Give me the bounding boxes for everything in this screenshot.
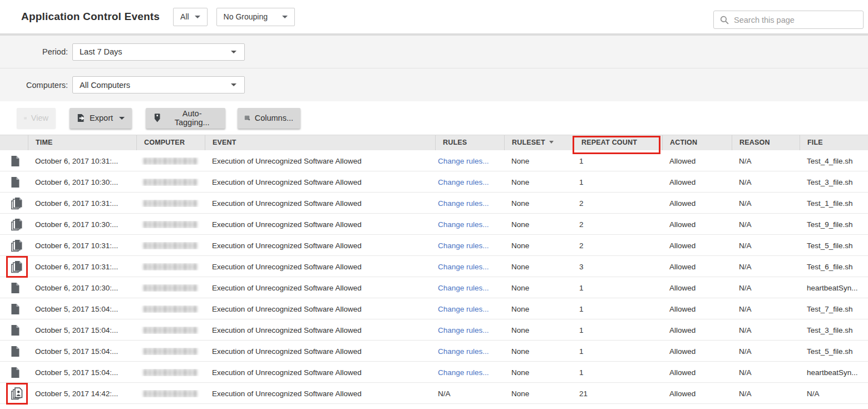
cell-ruleset: None — [504, 368, 574, 377]
search-icon — [720, 16, 729, 24]
table-row[interactable]: October 6, 2017 10:30:... Execution of U… — [0, 277, 868, 298]
blurred-computer-name — [144, 284, 198, 292]
cell-computer — [136, 348, 205, 355]
events-table: TIME COMPUTER EVENT RULES RULESET REPEAT… — [0, 135, 868, 404]
computers-value: All Computers — [80, 81, 130, 90]
table-row[interactable]: October 5, 2017 15:04:... Execution of U… — [0, 319, 868, 341]
cell-reason: N/A — [732, 199, 800, 208]
event-icon-cell — [0, 150, 28, 171]
table-row[interactable]: October 6, 2017 10:30:... Execution of U… — [0, 214, 868, 235]
change-rules-link[interactable]: Change rules... — [435, 326, 504, 334]
table-row[interactable]: October 6, 2017 10:31:... Execution of U… — [0, 256, 868, 277]
single-document-icon — [11, 155, 20, 167]
cell-event: Execution of Unrecognized Software Allow… — [205, 305, 435, 313]
single-document-icon — [11, 282, 20, 294]
computers-select[interactable]: All Computers — [72, 76, 245, 93]
cell-event: Execution of Unrecognized Software Allow… — [205, 390, 435, 398]
toolbar: View Export Auto-Tagging... — [0, 101, 868, 135]
cell-file: Test_3_file.sh — [800, 326, 868, 334]
export-button[interactable]: Export — [70, 108, 132, 129]
cell-computer — [136, 390, 205, 397]
cell-repeat-count: 1 — [574, 157, 662, 165]
cell-time: October 5, 2017 15:04:... — [28, 347, 136, 356]
event-icon-cell — [0, 171, 28, 193]
change-rules-link[interactable]: Change rules... — [435, 284, 504, 292]
blurred-computer-name — [144, 348, 198, 355]
severity-filter-dropdown[interactable]: All — [173, 8, 208, 26]
highlight-box-row-icon — [6, 383, 28, 405]
column-header-rules[interactable]: RULES — [435, 135, 504, 150]
cell-time: October 6, 2017 10:31:... — [28, 157, 136, 165]
change-rules-link[interactable]: Change rules... — [435, 220, 504, 229]
cell-event: Execution of Unrecognized Software Allow… — [205, 242, 435, 250]
computers-filter-row: Computers: All Computers — [0, 68, 868, 101]
cell-action: Allowed — [662, 178, 732, 186]
cell-computer — [136, 369, 205, 376]
cell-time: October 6, 2017 10:31:... — [28, 242, 136, 250]
highlight-box-row-icon — [6, 256, 28, 278]
column-header-event[interactable]: EVENT — [205, 135, 435, 150]
cell-time: October 6, 2017 10:30:... — [28, 178, 136, 186]
columns-button[interactable]: Columns... — [238, 108, 300, 129]
cell-computer — [136, 242, 205, 249]
cell-ruleset: None — [504, 199, 574, 208]
table-header-row: TIME COMPUTER EVENT RULES RULESET REPEAT… — [0, 135, 868, 150]
column-header-repeat-count[interactable]: REPEAT COUNT — [574, 135, 662, 150]
change-rules-link[interactable]: Change rules... — [435, 347, 504, 356]
table-row[interactable]: October 5, 2017 15:04:... Execution of U… — [0, 298, 868, 319]
table-row[interactable]: October 6, 2017 10:31:... Execution of U… — [0, 193, 868, 214]
grouping-value: No Grouping — [224, 12, 268, 21]
cell-reason: N/A — [732, 220, 800, 229]
change-rules-link[interactable]: Change rules... — [435, 199, 504, 208]
single-document-icon — [11, 303, 20, 315]
cell-file: Test_4_file.sh — [800, 157, 868, 165]
event-icon-cell — [0, 214, 28, 235]
table-row[interactable]: October 5, 2017 15:04:... Execution of U… — [0, 362, 868, 383]
cell-repeat-count: 1 — [574, 178, 662, 186]
table-row[interactable]: October 5, 2017 15:04:... Execution of U… — [0, 341, 868, 362]
auto-tagging-button[interactable]: Auto-Tagging... — [146, 108, 225, 129]
cell-action: Allowed — [662, 263, 732, 271]
column-header-time[interactable]: TIME — [28, 135, 136, 150]
cell-ruleset: None — [504, 157, 574, 165]
cell-action: Allowed — [662, 284, 732, 292]
change-rules-link[interactable]: Change rules... — [435, 242, 504, 250]
table-row[interactable]: October 5, 2017 14:42:... Execution of U… — [0, 383, 868, 404]
sort-descending-icon — [549, 141, 554, 144]
table-row[interactable]: October 6, 2017 10:31:... Execution of U… — [0, 150, 868, 171]
cell-reason: N/A — [732, 390, 800, 398]
column-header-ruleset[interactable]: RULESET — [504, 135, 574, 150]
cell-time: October 5, 2017 15:04:... — [28, 305, 136, 313]
cell-ruleset: None — [504, 220, 574, 229]
single-document-icon — [11, 346, 20, 357]
change-rules-link[interactable]: Change rules... — [435, 305, 504, 313]
cell-repeat-count: 1 — [574, 305, 662, 313]
period-select[interactable]: Last 7 Days — [72, 43, 245, 61]
column-header-icon — [0, 135, 28, 150]
column-header-reason[interactable]: REASON — [732, 135, 800, 150]
application-control-events-page: Application Control Events All No Groupi… — [0, 0, 868, 409]
cell-event: Execution of Unrecognized Software Allow… — [205, 199, 435, 208]
cell-action: Allowed — [662, 242, 732, 250]
column-header-file[interactable]: FILE — [800, 135, 868, 150]
cell-ruleset: None — [504, 326, 574, 334]
cell-ruleset: None — [504, 305, 574, 313]
export-icon — [77, 113, 85, 123]
cell-event: Execution of Unrecognized Software Allow… — [205, 220, 435, 229]
change-rules-link[interactable]: Change rules... — [435, 178, 504, 186]
grouping-dropdown[interactable]: No Grouping — [216, 8, 295, 26]
table-row[interactable]: October 6, 2017 10:31:... Execution of U… — [0, 235, 868, 256]
table-row[interactable]: October 6, 2017 10:30:... Execution of U… — [0, 171, 868, 193]
search-box[interactable] — [713, 11, 864, 29]
column-header-action[interactable]: ACTION — [662, 135, 732, 150]
change-rules-link[interactable]: Change rules... — [435, 157, 504, 165]
change-rules-link[interactable]: Change rules... — [435, 263, 504, 271]
cell-event: Execution of Unrecognized Software Allow… — [205, 284, 435, 292]
change-rules-link[interactable]: Change rules... — [435, 368, 504, 377]
event-icon-cell — [0, 341, 28, 362]
blurred-computer-name — [144, 200, 198, 207]
view-button-label: View — [31, 114, 48, 122]
search-input[interactable] — [734, 16, 863, 24]
stacked-documents-icon — [11, 239, 23, 252]
column-header-computer[interactable]: COMPUTER — [136, 135, 205, 150]
